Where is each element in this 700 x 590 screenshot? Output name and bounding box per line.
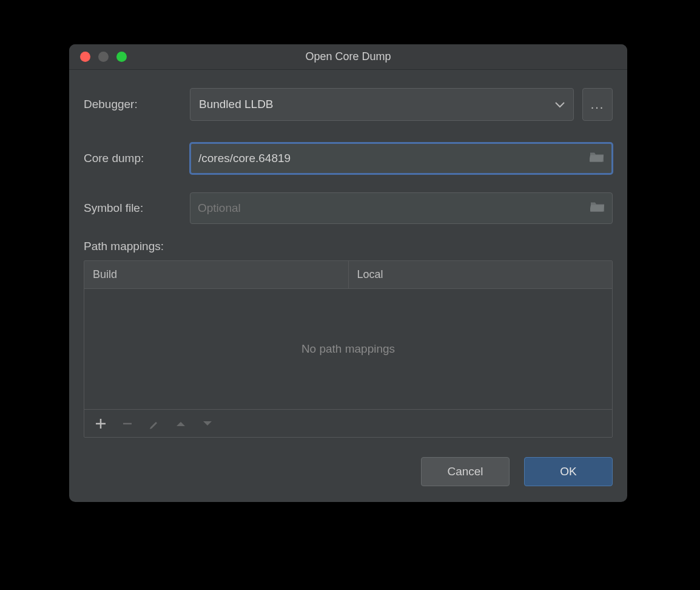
path-mappings-table: Build Local No path mappings — [84, 260, 613, 438]
add-button[interactable] — [95, 418, 106, 429]
edit-button[interactable] — [149, 418, 160, 429]
window-minimize-button[interactable] — [98, 52, 109, 62]
window-zoom-button[interactable] — [116, 52, 127, 62]
dialog-buttons: Cancel OK — [69, 439, 627, 502]
core-dump-row: Core dump: — [84, 143, 613, 174]
cancel-label: Cancel — [447, 465, 483, 478]
core-dump-label: Core dump: — [84, 152, 190, 165]
path-mappings-label: Path mappings: — [84, 240, 613, 253]
symbol-file-row: Symbol file: — [84, 192, 613, 224]
open-core-dump-dialog: Open Core Dump Debugger: Bundled LLDB ..… — [69, 44, 627, 502]
debugger-label: Debugger: — [84, 98, 190, 111]
remove-button[interactable] — [122, 418, 133, 429]
symbol-file-input-wrapper — [190, 192, 613, 224]
debugger-select[interactable]: Bundled LLDB — [190, 88, 574, 121]
debugger-value: Bundled LLDB — [199, 98, 274, 111]
move-up-button[interactable] — [175, 420, 186, 427]
table-header: Build Local — [84, 261, 612, 289]
column-local[interactable]: Local — [349, 261, 613, 288]
dialog-content: Debugger: Bundled LLDB ... Core dump: Sy… — [69, 70, 627, 439]
core-dump-input[interactable] — [198, 152, 580, 165]
ellipsis-icon: ... — [591, 98, 605, 112]
table-toolbar — [84, 409, 612, 437]
cancel-button[interactable]: Cancel — [421, 457, 510, 486]
symbol-file-input[interactable] — [198, 202, 581, 215]
move-down-button[interactable] — [202, 420, 213, 427]
symbol-file-label: Symbol file: — [84, 202, 190, 215]
column-build[interactable]: Build — [84, 261, 349, 288]
ok-button[interactable]: OK — [524, 457, 613, 486]
dialog-title: Open Core Dump — [69, 50, 627, 63]
ok-label: OK — [560, 465, 576, 478]
traffic-lights — [80, 52, 127, 62]
window-close-button[interactable] — [80, 52, 90, 62]
debugger-browse-button[interactable]: ... — [582, 88, 613, 121]
folder-icon[interactable] — [590, 151, 604, 166]
table-body-empty: No path mappings — [84, 289, 612, 409]
titlebar: Open Core Dump — [69, 44, 627, 70]
folder-icon[interactable] — [590, 201, 605, 216]
core-dump-input-wrapper — [190, 143, 613, 174]
chevron-down-icon — [555, 98, 565, 111]
debugger-row: Debugger: Bundled LLDB ... — [84, 88, 613, 121]
empty-text: No path mappings — [301, 342, 395, 356]
